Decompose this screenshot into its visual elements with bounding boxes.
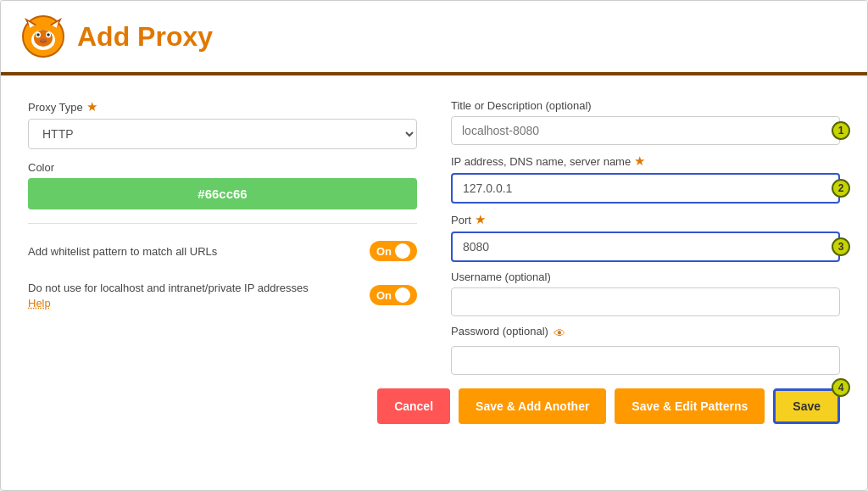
- form-content: Proxy Type ★ HTTP HTTPS SOCKS4 SOCKS5 Co…: [1, 75, 867, 441]
- port-badge: 3: [832, 237, 850, 256]
- localhost-toggle-text: On: [376, 289, 392, 302]
- port-field: Port ★ 3: [451, 212, 840, 262]
- username-input[interactable]: [451, 287, 840, 316]
- left-column: Proxy Type ★ HTTP HTTPS SOCKS4 SOCKS5 Co…: [28, 99, 417, 375]
- ip-label: IP address, DNS name, server name ★: [451, 153, 840, 169]
- proxy-type-required-star: ★: [86, 99, 97, 114]
- localhost-toggle-wrap[interactable]: On: [370, 285, 417, 305]
- save-badge: 4: [832, 378, 850, 397]
- color-field: Color #66cc66: [28, 161, 417, 209]
- eye-icon[interactable]: 👁: [554, 326, 565, 340]
- password-label: Password (optional): [451, 325, 548, 338]
- proxy-type-field: Proxy Type ★ HTTP HTTPS SOCKS4 SOCKS5: [28, 99, 417, 149]
- whitelist-toggle-text: On: [376, 245, 392, 258]
- save-add-another-button[interactable]: Save & Add Another: [459, 388, 606, 424]
- whitelist-toggle-wrap[interactable]: On: [370, 241, 417, 261]
- ip-badge: 2: [832, 179, 850, 198]
- add-proxy-window: Add Proxy Proxy Type ★ HTTP HTTPS SOCKS4…: [0, 0, 868, 491]
- whitelist-label: Add whitelist pattern to match all URLs: [28, 245, 217, 258]
- proxy-type-select[interactable]: HTTP HTTPS SOCKS4 SOCKS5: [28, 119, 417, 149]
- foxyproxy-logo: [21, 14, 65, 59]
- right-column: Title or Description (optional) 1 IP add…: [451, 99, 840, 375]
- svg-point-10: [47, 33, 50, 36]
- whitelist-toggle[interactable]: On: [370, 241, 417, 261]
- title-input-wrap: 1: [451, 116, 840, 145]
- port-input[interactable]: [451, 232, 840, 262]
- cancel-button[interactable]: Cancel: [377, 388, 450, 424]
- save-edit-patterns-button[interactable]: Save & Edit Patterns: [615, 388, 765, 424]
- port-label: Port ★: [451, 212, 840, 227]
- svg-point-9: [36, 33, 40, 36]
- username-label: Username (optional): [451, 271, 840, 283]
- divider-1: [28, 223, 417, 224]
- username-field: Username (optional): [451, 271, 840, 316]
- password-input[interactable]: [451, 346, 840, 375]
- color-button[interactable]: #66cc66: [28, 178, 417, 209]
- port-required-star: ★: [475, 212, 486, 227]
- help-link[interactable]: Help: [28, 297, 51, 310]
- localhost-toggle-circle: [395, 287, 410, 303]
- page-title: Add Proxy: [77, 21, 213, 53]
- page-header: Add Proxy: [1, 1, 867, 75]
- localhost-label: Do not use for localhost and intranet/pr…: [28, 282, 309, 294]
- localhost-toggle[interactable]: On: [370, 285, 417, 305]
- proxy-type-label: Proxy Type ★: [28, 99, 417, 114]
- svg-point-2: [34, 30, 53, 47]
- footer-buttons: Cancel Save & Add Another Save & Edit Pa…: [28, 378, 840, 424]
- save-button-wrap: Save 4: [773, 388, 840, 424]
- whitelist-toggle-circle: [395, 243, 410, 259]
- ip-input-wrap: 2: [451, 173, 840, 204]
- port-input-wrap: 3: [451, 232, 840, 262]
- title-badge: 1: [832, 121, 850, 140]
- title-field: Title or Description (optional) 1: [451, 99, 840, 145]
- password-field: Password (optional) 👁: [451, 325, 840, 375]
- localhost-toggle-row: Do not use for localhost and intranet/pr…: [28, 276, 417, 314]
- ip-input[interactable]: [451, 173, 840, 204]
- color-label: Color: [28, 161, 417, 174]
- whitelist-toggle-row: Add whitelist pattern to match all URLs …: [28, 237, 417, 265]
- title-input[interactable]: [451, 116, 840, 145]
- save-button[interactable]: Save: [773, 388, 840, 424]
- localhost-toggle-label-wrap: Do not use for localhost and intranet/pr…: [28, 280, 309, 310]
- title-label: Title or Description (optional): [451, 99, 840, 112]
- ip-field: IP address, DNS name, server name ★ 2: [451, 153, 840, 204]
- password-label-row: Password (optional) 👁: [451, 325, 840, 342]
- ip-required-star: ★: [634, 153, 645, 169]
